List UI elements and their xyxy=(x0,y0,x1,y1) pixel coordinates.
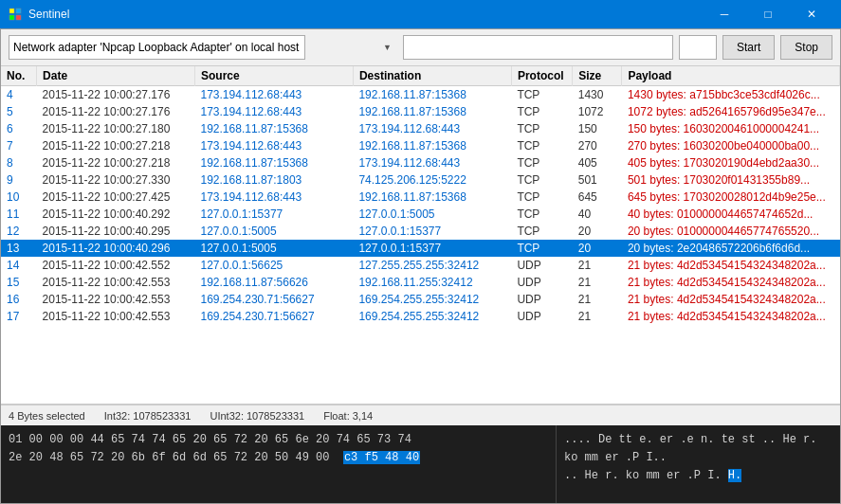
app-icon xyxy=(8,7,23,22)
hex-line-2: 2e 20 48 65 72 20 6b 6f 6d 6d 65 72 20 5… xyxy=(9,449,548,467)
cell-payload: 1430 bytes: a715bbc3ce53cdf4026c... xyxy=(622,86,840,104)
cell-no: 13 xyxy=(1,240,37,257)
table-row[interactable]: 122015-11-22 10:00:40.295127.0.0.1:50051… xyxy=(1,223,840,240)
cell-date: 2015-11-22 10:00:42.553 xyxy=(37,308,195,325)
ascii-line-2: .. He r. ko mm er .P I. H. xyxy=(564,467,832,485)
cell-proto: TCP xyxy=(511,120,572,137)
cell-date: 2015-11-22 10:00:40.295 xyxy=(37,223,195,240)
cell-dest: 173.194.112.68:443 xyxy=(353,120,511,137)
table-row[interactable]: 102015-11-22 10:00:27.425173.194.112.68:… xyxy=(1,189,840,206)
cell-payload: 270 bytes: 16030200be040000ba00... xyxy=(622,137,840,154)
cell-dest: 127.0.0.1:15377 xyxy=(353,223,511,240)
cell-size: 270 xyxy=(573,137,622,154)
svg-rect-2 xyxy=(9,15,14,20)
toolbar: Network adapter 'Npcap Loopback Adapter'… xyxy=(1,29,840,66)
table-row[interactable]: 82015-11-22 10:00:27.218192.168.11.87:15… xyxy=(1,154,840,171)
cell-proto: UDP xyxy=(511,257,572,274)
cell-proto: TCP xyxy=(511,86,572,104)
int32-status: Int32: 1078523331 xyxy=(104,410,192,422)
cell-no: 12 xyxy=(1,223,37,240)
adapter-select[interactable]: Network adapter 'Npcap Loopback Adapter'… xyxy=(9,35,305,60)
cell-size: 20 xyxy=(573,240,622,257)
start-button[interactable]: Start xyxy=(722,35,775,60)
cell-payload: 150 bytes: 16030200461000004241... xyxy=(622,120,840,137)
cell-size: 21 xyxy=(573,257,622,274)
cell-source: 192.168.11.87:15368 xyxy=(195,154,354,171)
table-row[interactable]: 112015-11-22 10:00:40.292127.0.0.1:15377… xyxy=(1,206,840,223)
col-header-source: Source xyxy=(195,66,354,86)
col-header-proto: Protocol xyxy=(511,66,572,86)
stop-button[interactable]: Stop xyxy=(780,35,832,60)
cell-payload: 405 bytes: 1703020190d4ebd2aa30... xyxy=(622,154,840,171)
cell-source: 127.0.0.1:5005 xyxy=(195,240,354,257)
packet-count-input[interactable]: 20 xyxy=(679,35,717,60)
cell-payload: 501 bytes: 1703020f01431355b89... xyxy=(622,171,840,189)
packet-table: No. Date Source Destination Protocol Siz… xyxy=(1,66,840,325)
table-row[interactable]: 172015-11-22 10:00:42.553169.254.230.71:… xyxy=(1,308,840,325)
table-row[interactable]: 52015-11-22 10:00:27.176173.194.112.68:4… xyxy=(1,103,840,120)
cell-proto: UDP xyxy=(511,291,572,308)
maximize-button[interactable]: □ xyxy=(746,0,790,28)
cell-proto: UDP xyxy=(511,308,572,325)
cell-no: 15 xyxy=(1,274,37,291)
table-row[interactable]: 152015-11-22 10:00:42.553192.168.11.87:5… xyxy=(1,274,840,291)
close-button[interactable]: ✕ xyxy=(790,0,833,28)
cell-size: 21 xyxy=(573,291,622,308)
table-row[interactable]: 72015-11-22 10:00:27.218173.194.112.68:4… xyxy=(1,137,840,154)
cell-size: 40 xyxy=(573,206,622,223)
float-status: Float: 3,14 xyxy=(323,410,373,422)
cell-no: 8 xyxy=(1,154,37,171)
cell-dest: 192.168.11.87:15368 xyxy=(353,103,511,120)
cell-proto: UDP xyxy=(511,274,572,291)
col-header-size: Size xyxy=(573,66,622,86)
cell-source: 173.194.112.68:443 xyxy=(195,137,354,154)
cell-payload: 645 bytes: 1703020028012d4b9e25e... xyxy=(622,189,840,206)
title-bar: Sentinel ─ □ ✕ xyxy=(0,0,841,28)
cell-size: 1072 xyxy=(573,103,622,120)
cell-proto: TCP xyxy=(511,171,572,189)
table-header: No. Date Source Destination Protocol Siz… xyxy=(1,66,840,86)
cell-size: 501 xyxy=(573,171,622,189)
table-row[interactable]: 42015-11-22 10:00:27.176173.194.112.68:4… xyxy=(1,86,840,104)
main-window: Network adapter 'Npcap Loopback Adapter'… xyxy=(0,28,841,504)
cell-size: 405 xyxy=(573,154,622,171)
table-row[interactable]: 142015-11-22 10:00:42.552127.0.0.1:56625… xyxy=(1,257,840,274)
cell-dest: 192.168.11.255:32412 xyxy=(353,274,511,291)
ascii-line-1: .... De tt e. er .e n. te st .. He r. ko… xyxy=(564,431,832,467)
cell-dest: 173.194.112.68:443 xyxy=(353,154,511,171)
cell-date: 2015-11-22 10:00:27.330 xyxy=(37,171,195,189)
hex-panel: 01 00 00 00 44 65 74 74 65 20 65 72 20 6… xyxy=(1,425,556,503)
cell-dest: 127.0.0.1:5005 xyxy=(353,206,511,223)
cell-payload: 20 bytes: 2e20486572206b6f6d6d... xyxy=(622,240,840,257)
col-header-date: Date xyxy=(37,66,195,86)
filter-input[interactable] xyxy=(403,35,673,60)
minimize-button[interactable]: ─ xyxy=(703,0,746,28)
cell-no: 16 xyxy=(1,291,37,308)
cell-no: 11 xyxy=(1,206,37,223)
table-row[interactable]: 132015-11-22 10:00:40.296127.0.0.1:50051… xyxy=(1,240,840,257)
cell-source: 173.194.112.68:443 xyxy=(195,86,354,104)
cell-dest: 74.125.206.125:5222 xyxy=(353,171,511,189)
col-header-dest: Destination xyxy=(353,66,511,86)
table-row[interactable]: 62015-11-22 10:00:27.180192.168.11.87:15… xyxy=(1,120,840,137)
table-row[interactable]: 162015-11-22 10:00:42.553169.254.230.71:… xyxy=(1,291,840,308)
cell-source: 127.0.0.1:56625 xyxy=(195,257,354,274)
cell-date: 2015-11-22 10:00:27.176 xyxy=(37,86,195,104)
cell-source: 173.194.112.68:443 xyxy=(195,103,354,120)
cell-dest: 192.168.11.87:15368 xyxy=(353,137,511,154)
selected-status: 4 Bytes selected xyxy=(9,410,85,422)
cell-payload: 21 bytes: 4d2d53454154324348202a... xyxy=(622,308,840,325)
cell-proto: TCP xyxy=(511,206,572,223)
ascii-line-2-highlight: H. xyxy=(728,469,741,482)
cell-proto: TCP xyxy=(511,154,572,171)
cell-payload: 21 bytes: 4d2d53454154324348202a... xyxy=(622,291,840,308)
cell-no: 5 xyxy=(1,103,37,120)
cell-size: 21 xyxy=(573,274,622,291)
cell-dest: 169.254.255.255:32412 xyxy=(353,291,511,308)
cell-source: 192.168.11.87:15368 xyxy=(195,120,354,137)
packet-table-container[interactable]: No. Date Source Destination Protocol Siz… xyxy=(1,66,840,405)
cell-dest: 127.255.255.255:32412 xyxy=(353,257,511,274)
cell-source: 127.0.0.1:15377 xyxy=(195,206,354,223)
table-row[interactable]: 92015-11-22 10:00:27.330192.168.11.87:18… xyxy=(1,171,840,189)
cell-dest: 192.168.11.87:15368 xyxy=(353,86,511,104)
